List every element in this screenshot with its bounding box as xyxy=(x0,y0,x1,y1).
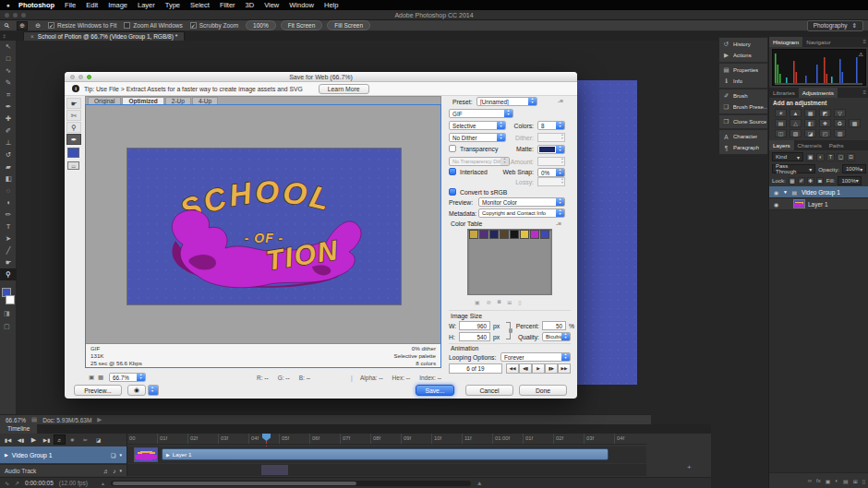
music-note-icon[interactable]: ♪ xyxy=(113,468,115,474)
layer-row-layer1[interactable]: ◉ Layer 1 xyxy=(769,198,868,210)
clip-thumbnail[interactable] xyxy=(134,447,158,462)
layer-row-video-group[interactable]: ◉ ▼ ▤ Video Group 1 xyxy=(769,186,868,198)
tab-4up[interactable]: 4-Up xyxy=(192,97,218,104)
scrollbar-handle[interactable] xyxy=(113,482,356,485)
layer-effects-icon[interactable]: fx xyxy=(816,478,821,484)
adjustment-layer-icon[interactable]: ◐ xyxy=(835,478,838,484)
new-video-icon[interactable]: ❏ xyxy=(111,452,115,458)
zoom-in-mountain-icon[interactable]: ▲ xyxy=(476,480,483,486)
option-checkbox[interactable]: ✓Resize Windows to Fit xyxy=(48,22,116,29)
adjustment-icon[interactable]: ◫ xyxy=(775,129,787,137)
zoom-tool[interactable]: ⚲ xyxy=(0,268,17,280)
adjustment-icon[interactable]: ▦ xyxy=(804,109,816,117)
type-tool[interactable]: T xyxy=(0,220,17,232)
color-swatch[interactable] xyxy=(530,230,539,239)
tab-original[interactable]: Original xyxy=(88,97,121,104)
cancel-button[interactable]: Cancel xyxy=(465,385,513,396)
tab-2up[interactable]: 2-Up xyxy=(165,97,191,104)
tab-timeline[interactable]: Timeline xyxy=(0,424,37,434)
histogram-warning-icon[interactable]: ⚠ xyxy=(859,51,863,57)
history-panel[interactable]: ↺History xyxy=(719,39,767,50)
disclosure-triangle-icon[interactable]: ▶ xyxy=(166,452,170,458)
fill-select[interactable]: 100%▾ xyxy=(838,176,862,185)
dialog-close-button[interactable] xyxy=(70,75,75,79)
history-brush-tool[interactable]: ↺ xyxy=(0,149,17,161)
tab-navigator[interactable]: Navigator xyxy=(802,37,834,47)
visibility-eye-icon[interactable]: ◉ xyxy=(772,201,780,208)
adjustment-icon[interactable]: ▩ xyxy=(849,119,861,127)
marquee-tool[interactable]: □ xyxy=(0,53,17,65)
character-panel[interactable]: ACharacter xyxy=(719,131,767,142)
save-button[interactable]: Save... xyxy=(416,385,454,396)
minimize-window-button[interactable] xyxy=(13,13,18,18)
hand-tool[interactable]: ☛ xyxy=(66,98,81,109)
dialog-minimize-button[interactable] xyxy=(78,75,83,79)
opacity-select[interactable]: 100%▾ xyxy=(842,164,866,173)
audio-track-header[interactable]: Audio Track ♬ ♪ ▾ xyxy=(0,464,127,476)
first-frame-button[interactable]: ▮◀ xyxy=(2,434,14,445)
disclosure-triangle-icon[interactable]: ▶ xyxy=(5,452,8,458)
lock-transparency-icon[interactable]: ▦ xyxy=(789,177,796,184)
layer-filter-kind-select[interactable]: Kind▾ xyxy=(772,152,803,161)
menu-item[interactable]: Window xyxy=(289,1,314,9)
transparency-checkbox[interactable] xyxy=(449,145,456,152)
transition-button[interactable]: ◪ xyxy=(92,434,104,445)
height-field[interactable]: 540 xyxy=(459,332,490,341)
zoom-level[interactable]: 66.67% xyxy=(6,417,26,423)
lock-all-icon[interactable]: ◙ xyxy=(816,177,824,184)
paragraph-panel[interactable]: ¶Paragraph xyxy=(719,142,767,153)
adjustment-icon[interactable]: ▽ xyxy=(834,109,846,117)
matte-color-select[interactable]: ▴▾ xyxy=(537,145,565,154)
layer-thumbnail[interactable] xyxy=(793,199,805,208)
add-media-icon[interactable]: + xyxy=(687,463,692,471)
timeline-scrollbar[interactable] xyxy=(111,481,471,486)
play-button[interactable]: ▶ xyxy=(532,363,545,374)
learn-more-button[interactable]: Learn More xyxy=(319,84,369,94)
menu-item[interactable]: Photoshop xyxy=(18,1,54,9)
adjustment-icon[interactable]: ▤ xyxy=(775,119,787,127)
background-color-swatch[interactable] xyxy=(6,295,15,304)
crop-tool[interactable]: ⌗ xyxy=(0,89,17,101)
menu-item[interactable]: Type xyxy=(165,1,180,9)
line-tool[interactable]: ╱ xyxy=(0,244,17,256)
percent-field[interactable]: 50 xyxy=(542,321,566,330)
filter-type-layers-icon[interactable]: T xyxy=(826,153,835,161)
blur-tool[interactable]: ◌ xyxy=(0,184,17,196)
split-clip-button[interactable]: ✂ xyxy=(79,434,91,445)
optimized-preview-pane[interactable]: SCHOOL - OF - TION GIF131K25 sec @ 56.6 … xyxy=(85,104,441,368)
color-swatch[interactable] xyxy=(520,230,529,239)
adjustment-icon[interactable]: ◰ xyxy=(819,129,831,137)
path-select-tool[interactable]: ➤ xyxy=(0,232,17,244)
quality-select[interactable]: Bicubic▴▾ xyxy=(542,332,571,341)
layer-mask-icon[interactable]: ▣ xyxy=(826,478,831,484)
eyedropper-color-swatch[interactable] xyxy=(67,148,79,158)
actions-panel[interactable]: ▶Actions xyxy=(719,50,767,61)
tab-channels[interactable]: Channels xyxy=(794,140,826,150)
menu-item[interactable]: Edit xyxy=(86,1,98,9)
adjustment-icon[interactable]: △ xyxy=(790,119,802,127)
delete-color-icon[interactable]: ▯ xyxy=(518,299,521,305)
tab-layers[interactable]: Layers xyxy=(769,140,794,150)
menu-item[interactable]: Filter xyxy=(220,1,235,9)
dialog-zoom-button[interactable] xyxy=(87,75,91,79)
tab-paths[interactable]: Paths xyxy=(826,140,848,150)
transparency-map-icon[interactable]: ⊘ xyxy=(487,299,491,305)
delete-layer-icon[interactable]: ▯ xyxy=(862,478,865,484)
adjustment-icon[interactable]: ▥ xyxy=(834,129,846,137)
filter-adjustment-layers-icon[interactable]: ◐ xyxy=(816,153,825,161)
color-swatch[interactable] xyxy=(500,230,509,239)
video-clip-bar[interactable]: ▶ Layer 1 xyxy=(162,448,609,460)
format-select[interactable]: GIF▴▾ xyxy=(449,109,513,118)
screen-mode-icon[interactable]: ▢ xyxy=(4,323,10,330)
timeline-settings-button[interactable]: ✳ xyxy=(66,434,78,445)
brush-panel[interactable]: ✐Brush xyxy=(719,90,767,101)
adjustment-icon[interactable]: ◧ xyxy=(804,119,816,127)
metadata-select[interactable]: Copyright and Contact Info▴▾ xyxy=(478,208,565,218)
move-tool[interactable]: ↖ xyxy=(0,41,17,53)
slice-select-tool[interactable]: ✄ xyxy=(66,110,81,121)
option-checkbox[interactable]: Zoom All Windows xyxy=(124,22,182,29)
disclosure-triangle-icon[interactable]: ▼ xyxy=(783,189,788,195)
tab-histogram[interactable]: Histogram xyxy=(769,37,802,47)
color-swatch[interactable] xyxy=(469,230,478,239)
eyedropper-tool[interactable]: ✒ xyxy=(0,101,17,113)
